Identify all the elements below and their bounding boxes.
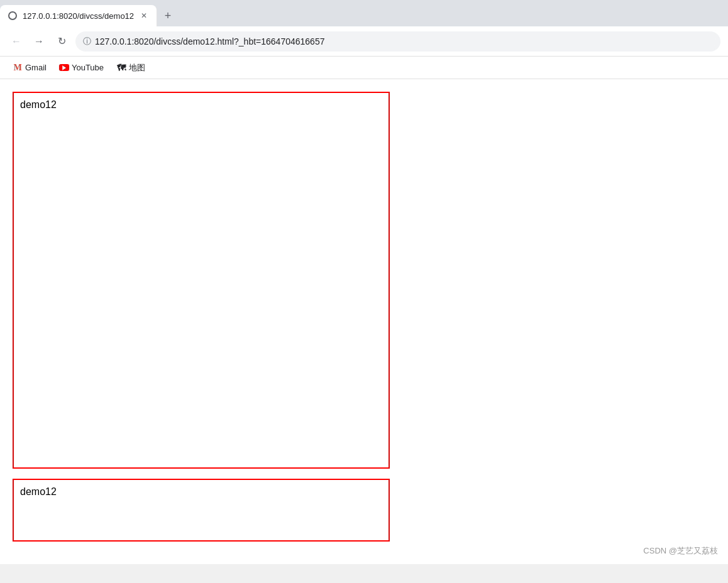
- watermark-text: CSDN @芝艺又荔枝: [643, 546, 718, 555]
- bookmark-gmail[interactable]: M Gmail: [8, 60, 52, 75]
- bookmark-youtube-label: YouTube: [72, 63, 104, 72]
- bookmark-gmail-label: Gmail: [25, 63, 47, 72]
- url-text: 127.0.0.1:8020/divcss/demo12.html?_hbt=1…: [95, 36, 713, 46]
- globe-icon: [8, 11, 17, 20]
- back-button[interactable]: ←: [8, 33, 25, 50]
- demo-box-1-label: demo12: [20, 99, 57, 110]
- page-content: demo12 demo12 CSDN @芝艺又荔枝: [0, 79, 728, 564]
- demo-box-2-label: demo12: [20, 486, 57, 497]
- reload-button[interactable]: ↻: [53, 33, 70, 50]
- bookmark-maps[interactable]: 🗺 地图: [111, 60, 150, 76]
- tab-close-button[interactable]: ✕: [139, 11, 149, 21]
- bookmark-maps-label: 地图: [129, 62, 145, 74]
- bookmarks-bar: M Gmail YouTube 🗺 地图: [0, 57, 728, 79]
- address-bar[interactable]: ⓘ 127.0.0.1:8020/divcss/demo12.html?_hbt…: [75, 31, 720, 52]
- demo-box-1: demo12: [13, 92, 390, 469]
- active-tab[interactable]: 127.0.0.1:8020/divcss/demo12 ✕: [0, 5, 157, 26]
- watermark: CSDN @芝艺又荔枝: [643, 545, 718, 557]
- security-icon: ⓘ: [83, 36, 91, 47]
- tab-bar: 127.0.0.1:8020/divcss/demo12 ✕ +: [0, 0, 728, 26]
- demo-box-2: demo12: [13, 479, 390, 542]
- maps-icon: 🗺: [116, 63, 126, 73]
- browser-window: 127.0.0.1:8020/divcss/demo12 ✕ + ← → ↻ ⓘ…: [0, 0, 728, 79]
- new-tab-button[interactable]: +: [159, 7, 177, 25]
- gmail-icon: M: [13, 63, 23, 73]
- youtube-icon: [59, 63, 69, 73]
- tab-title: 127.0.0.1:8020/divcss/demo12: [23, 11, 134, 21]
- navigation-bar: ← → ↻ ⓘ 127.0.0.1:8020/divcss/demo12.htm…: [0, 26, 728, 57]
- bookmark-youtube[interactable]: YouTube: [54, 60, 109, 75]
- youtube-play-triangle: [62, 65, 66, 70]
- forward-button[interactable]: →: [30, 33, 48, 50]
- youtube-icon-bg: [59, 64, 69, 71]
- tab-favicon-icon: [8, 11, 18, 21]
